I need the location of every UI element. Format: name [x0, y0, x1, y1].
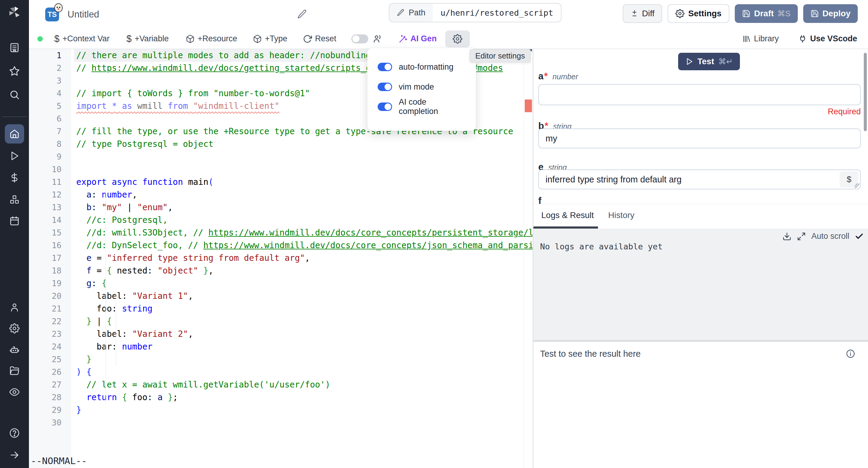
code-line[interactable]: 14 //c: Postgresql, — [29, 214, 524, 227]
line-number: 20 — [29, 290, 61, 302]
path-value[interactable]: u/henri/restored_script — [433, 4, 561, 22]
code-line[interactable]: 21 foo: string — [29, 302, 524, 315]
download-logs-icon[interactable] — [782, 232, 792, 241]
code-line[interactable]: 22 } | { — [29, 315, 524, 328]
settings-gear-icon — [675, 9, 684, 18]
variables-icon[interactable] — [9, 173, 20, 183]
line-number: 25 — [29, 353, 61, 366]
resize-handle[interactable] — [855, 183, 860, 188]
vim-mode-toggle[interactable] — [378, 83, 392, 91]
sidebar — [0, 0, 29, 468]
code-line[interactable]: 12 a: number, — [29, 188, 524, 201]
code-line[interactable]: 11export async function main( — [29, 176, 524, 188]
ruler-error-marker — [525, 99, 532, 112]
settings-button[interactable]: Settings — [668, 4, 729, 23]
code-line[interactable]: 27 // let x = await wmill.getVariable('u… — [29, 378, 524, 391]
ai-gen-button[interactable]: AI Gen — [398, 34, 437, 43]
code-line[interactable]: 19 g: { — [29, 277, 524, 290]
add-type-button[interactable]: +Type — [253, 34, 287, 43]
tab-logs-result[interactable]: Logs & Result — [541, 204, 594, 227]
tab-history[interactable]: History — [608, 204, 634, 227]
code-line[interactable]: 26) { — [29, 366, 524, 378]
typescript-badge-label: TS — [48, 10, 57, 19]
auto-scroll-label[interactable]: Auto scroll — [811, 232, 849, 241]
code-text: } | { — [76, 316, 112, 326]
add-resource-button[interactable]: +Resource — [186, 34, 237, 43]
user-icon[interactable] — [9, 302, 20, 313]
reset-button[interactable]: Reset — [303, 34, 336, 43]
deploy-button[interactable]: Deploy — [803, 4, 858, 23]
help-icon[interactable] — [9, 428, 20, 438]
reset-icon — [303, 34, 312, 43]
folders-icon[interactable] — [9, 365, 20, 376]
multiplayer-toggle[interactable] — [351, 34, 368, 43]
code-text: // let x = await wmill.getVariable('u/us… — [76, 380, 330, 389]
library-button[interactable]: Library — [742, 34, 779, 43]
line-number: 10 — [29, 163, 61, 176]
code-line[interactable]: 17 e = "inferred type string from defaul… — [29, 252, 524, 264]
draft-button[interactable]: Draft ⌘S — [735, 4, 798, 23]
menu-item-auto-formatting[interactable]: auto-formatting — [378, 57, 466, 77]
add-variable-button[interactable]: $ +Variable — [127, 33, 169, 44]
code-line[interactable]: 8// type Postgresql = object — [29, 138, 524, 150]
overview-ruler[interactable] — [524, 49, 532, 468]
use-vscode-button[interactable]: Use VScode — [798, 34, 857, 43]
info-icon[interactable] — [846, 349, 855, 358]
path-field[interactable]: Path u/henri/restored_script — [389, 3, 561, 22]
editor-settings-button[interactable] — [445, 30, 470, 47]
code-line[interactable]: 16 //d: DynSelect_foo, // https://www.wi… — [29, 239, 524, 252]
code-line[interactable]: 23 label: "Variant 2", — [29, 328, 524, 341]
field-e-input[interactable]: inferred type string from default arg $ — [538, 170, 861, 189]
field-a-input[interactable] — [538, 84, 861, 105]
line-number: 30 — [29, 416, 61, 429]
schedules-calendar-icon[interactable] — [9, 216, 20, 226]
code-line[interactable]: 30 — [29, 416, 524, 429]
expand-logs-icon[interactable] — [797, 232, 806, 241]
code-line[interactable]: 24 bar: number — [29, 341, 524, 353]
line-number: 19 — [29, 277, 61, 290]
search-icon[interactable] — [9, 89, 20, 100]
indent-guide — [105, 188, 106, 404]
code-text: // import { toWords } from "number-to-wo… — [76, 88, 310, 98]
code-line[interactable]: 18 f = { nested: "object" }, — [29, 264, 524, 277]
home-icon[interactable] — [9, 129, 20, 139]
check-icon[interactable] — [855, 232, 864, 241]
settings-button-label: Settings — [688, 9, 721, 19]
expand-sidebar-arrow-icon[interactable] — [9, 450, 20, 460]
workers-robot-icon[interactable] — [9, 344, 20, 355]
windmill-logo-icon[interactable] — [7, 5, 22, 19]
code-line[interactable]: 28 return { foo: a }; — [29, 391, 524, 404]
code-text: // type Postgresql = object — [76, 139, 213, 149]
edit-summary-pencil-icon[interactable] — [297, 9, 307, 19]
code-line[interactable]: 15 //d: wmill.S3Object, // https://www.w… — [29, 227, 524, 239]
code-text: foo: string — [76, 304, 153, 314]
menu-item-ai-code-completion[interactable]: AI code completion — [378, 97, 466, 117]
resources-icon[interactable] — [9, 194, 20, 205]
field-b-input[interactable]: my — [538, 128, 861, 148]
settings-gear-icon[interactable] — [9, 323, 20, 333]
menu-item-vim-mode[interactable]: vim mode — [378, 77, 466, 97]
code-text: f = { nested: "object" }, — [76, 266, 213, 275]
code-line[interactable]: 10 — [29, 163, 524, 176]
favorites-star-icon[interactable] — [9, 66, 20, 77]
code-line[interactable]: 9 — [29, 150, 524, 163]
code-line[interactable]: 25 } — [29, 353, 524, 366]
ai-code-completion-toggle[interactable] — [378, 103, 392, 111]
line-number: 2 — [29, 62, 61, 75]
reset-label: Reset — [315, 34, 336, 43]
code-line[interactable]: 29} — [29, 404, 524, 416]
auto-formatting-toggle[interactable] — [378, 63, 392, 71]
add-context-var-button[interactable]: $ +Context Var — [54, 33, 110, 44]
diff-button[interactable]: Diff — [623, 4, 662, 23]
code-text: //d: DynSelect_foo, // https://www.windm… — [76, 240, 532, 250]
code-text: } — [76, 354, 92, 364]
code-line[interactable]: 20 label: "Variant 1", — [29, 290, 524, 302]
code-line[interactable]: 13 b: "my" | "enum", — [29, 201, 524, 214]
runs-icon[interactable] — [9, 151, 20, 161]
audit-eye-icon[interactable] — [9, 387, 20, 398]
line-number: 13 — [29, 201, 61, 214]
topbar: TS Untitled Path u/henri/restored_script… — [29, 0, 868, 29]
line-number: 23 — [29, 328, 61, 341]
right-panel-scrollbar[interactable] — [864, 53, 867, 131]
workspace-icon[interactable] — [9, 42, 20, 53]
